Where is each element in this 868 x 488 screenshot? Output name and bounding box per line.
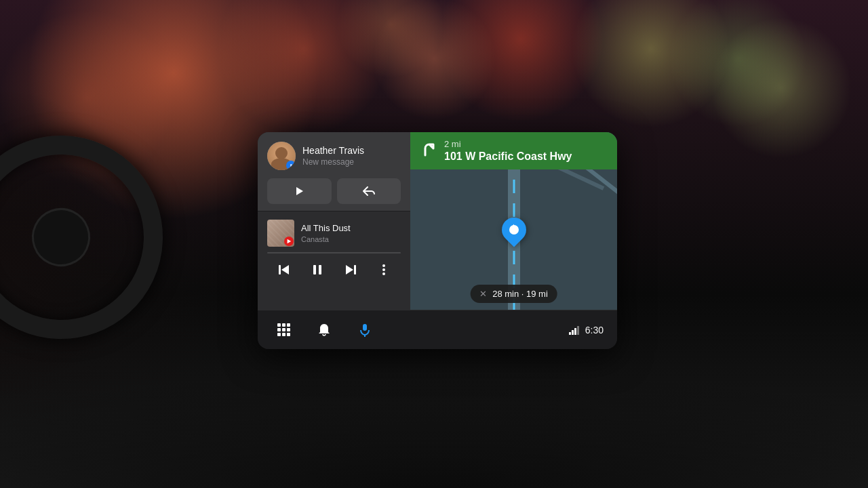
- avatar: f: [267, 142, 296, 170]
- svg-rect-16: [577, 326, 579, 335]
- notification-card: f Heather Travis New message: [258, 132, 410, 211]
- svg-rect-2: [279, 265, 281, 274]
- clock: 6:30: [585, 325, 604, 336]
- microphone-button[interactable]: [353, 318, 377, 342]
- svg-rect-4: [313, 265, 316, 274]
- svg-rect-11: [363, 324, 367, 331]
- map-panel: 2 mi 101 W Pacific Coast Hwy ▲: [410, 132, 617, 310]
- left-panel: f Heather Travis New message: [258, 132, 410, 310]
- svg-point-10: [382, 272, 385, 275]
- svg-rect-5: [319, 265, 321, 274]
- android-auto-screen: f Heather Travis New message: [258, 132, 617, 349]
- music-info: All This Dust Canasta: [301, 223, 401, 243]
- svg-rect-13: [569, 332, 571, 335]
- bell-icon: [317, 323, 332, 338]
- eta-pill: ✕ 28 min · 19 mi: [470, 285, 557, 303]
- album-art: [267, 220, 294, 247]
- notifications-button[interactable]: [312, 318, 336, 342]
- more-options-button[interactable]: [373, 259, 395, 281]
- svg-rect-14: [572, 330, 574, 335]
- notification-header: f Heather Travis New message: [267, 142, 401, 170]
- youtube-music-badge: [284, 237, 294, 246]
- apps-button[interactable]: [271, 318, 296, 342]
- svg-rect-6: [354, 265, 356, 274]
- grid-icon: [277, 323, 290, 336]
- nav-arrow: ▲: [509, 221, 519, 233]
- svg-marker-7: [346, 265, 353, 274]
- music-artist: Canasta: [301, 235, 401, 243]
- music-title: All This Dust: [301, 223, 401, 234]
- bottom-bar-left: [271, 318, 377, 342]
- notification-subtitle: New message: [302, 157, 401, 167]
- svg-marker-3: [281, 265, 289, 274]
- progress-bar: [267, 252, 401, 253]
- svg-marker-0: [296, 187, 303, 195]
- notification-actions: [267, 178, 401, 204]
- music-card: All This Dust Canasta: [258, 211, 410, 310]
- prev-track-button[interactable]: [273, 259, 295, 281]
- status-area: 6:30: [569, 325, 604, 336]
- music-controls: [267, 259, 401, 281]
- pause-button[interactable]: [307, 259, 328, 281]
- svg-rect-15: [574, 328, 576, 335]
- signal-icon: [569, 325, 581, 335]
- nav-distance: 2 mi: [444, 139, 608, 150]
- location-marker: ▲: [502, 218, 526, 242]
- svg-marker-1: [288, 239, 292, 243]
- next-track-button[interactable]: [340, 259, 361, 281]
- music-header: All This Dust Canasta: [267, 220, 401, 247]
- svg-point-8: [382, 264, 385, 267]
- eta-text: 28 min · 19 mi: [492, 289, 548, 299]
- sender-name: Heather Travis: [302, 145, 401, 157]
- messenger-badge: f: [286, 161, 296, 170]
- nav-street: 101 W Pacific Coast Hwy: [444, 150, 608, 163]
- turn-icon: [420, 142, 437, 159]
- play-button[interactable]: [267, 178, 332, 204]
- mic-icon: [357, 323, 372, 338]
- screen-main: f Heather Travis New message: [258, 132, 617, 310]
- notification-text: Heather Travis New message: [302, 145, 401, 167]
- svg-point-9: [382, 268, 385, 271]
- navigation-info: 2 mi 101 W Pacific Coast Hwy: [444, 139, 608, 163]
- navigation-banner: 2 mi 101 W Pacific Coast Hwy: [410, 132, 617, 169]
- reply-button[interactable]: [337, 178, 401, 204]
- eta-close-button[interactable]: ✕: [479, 289, 487, 299]
- bottom-bar: 6:30: [258, 310, 617, 349]
